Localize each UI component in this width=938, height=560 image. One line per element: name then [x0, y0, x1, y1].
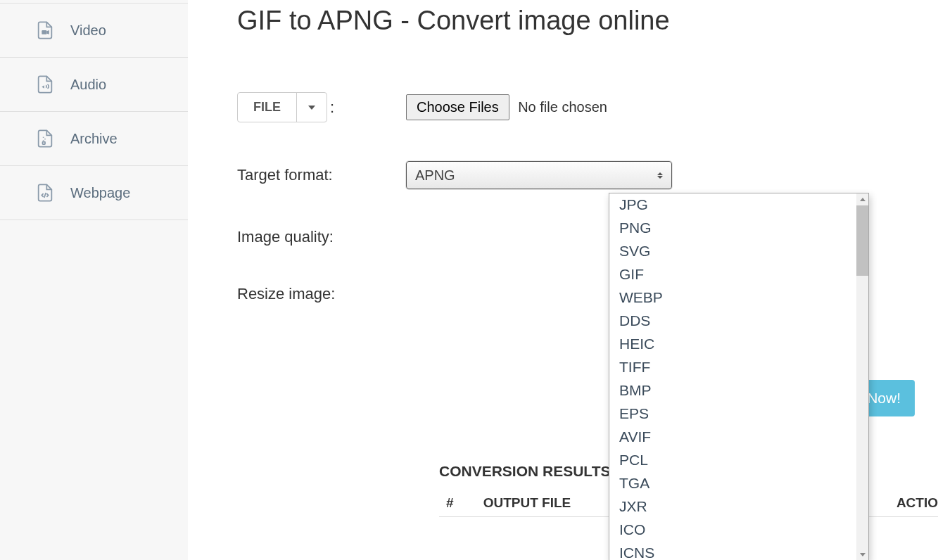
dropdown-option-icns[interactable]: ICNS [609, 542, 856, 560]
sidebar-item-label: Webpage [70, 185, 130, 201]
svg-rect-0 [42, 30, 46, 34]
dropdown-option-heic[interactable]: HEIC [609, 333, 856, 356]
video-file-icon [35, 20, 55, 40]
sidebar-item-audio[interactable]: Audio [0, 58, 188, 112]
scroll-down-button[interactable] [856, 549, 868, 560]
archive-file-icon [35, 129, 55, 148]
target-format-select[interactable]: APNG [406, 161, 672, 189]
svg-rect-4 [43, 142, 46, 145]
svg-line-5 [44, 193, 46, 198]
sidebar-item-webpage[interactable]: Webpage [0, 166, 188, 220]
dropdown-option-tiff[interactable]: TIFF [609, 356, 856, 379]
audio-file-icon [35, 75, 55, 94]
dropdown-option-tga[interactable]: TGA [609, 472, 856, 495]
dropdown-option-jxr[interactable]: JXR [609, 495, 856, 518]
file-source-label: FILE [238, 93, 297, 122]
file-source-dropdown[interactable]: FILE [237, 92, 327, 122]
col-action: ACTIO [896, 495, 938, 511]
scroll-thumb[interactable] [856, 205, 868, 276]
dropdown-option-pcl[interactable]: PCL [609, 449, 856, 472]
image-quality-label: Image quality: [237, 228, 406, 246]
main-content: GIF to APNG - Convert image online FILE … [188, 0, 938, 560]
dropdown-option-ico[interactable]: ICO [609, 518, 856, 542]
sidebar-item-archive[interactable]: Archive [0, 112, 188, 166]
format-dropdown-list: JPGPNGSVGGIFWEBPDDSHEICTIFFBMPEPSAVIFPCL… [609, 193, 869, 560]
sidebar-item-video[interactable]: Video [0, 3, 188, 58]
caret-down-icon [297, 93, 327, 122]
colon: : [330, 98, 334, 117]
dropdown-option-png[interactable]: PNG [609, 217, 856, 240]
dropdown-option-avif[interactable]: AVIF [609, 426, 856, 449]
dropdown-option-eps[interactable]: EPS [609, 402, 856, 426]
webpage-file-icon [35, 183, 55, 203]
no-file-text: No file chosen [518, 99, 607, 115]
sidebar: Video Audio Archive Webpage [0, 0, 188, 560]
target-format-label: Target format: [237, 166, 406, 184]
dropdown-option-webp[interactable]: WEBP [609, 286, 856, 310]
dropdown-scrollbar[interactable] [856, 193, 868, 560]
dropdown-option-bmp[interactable]: BMP [609, 379, 856, 402]
sidebar-item-label: Archive [70, 131, 118, 147]
col-number: # [439, 495, 483, 511]
page-title: GIF to APNG - Convert image online [237, 6, 924, 36]
file-row: FILE : Choose Files No file chosen [237, 92, 924, 122]
select-arrows-icon [657, 172, 663, 179]
dropdown-option-jpg[interactable]: JPG [609, 193, 856, 217]
sidebar-item-label: Video [70, 23, 106, 39]
sidebar-item-label: Audio [70, 77, 106, 93]
dropdown-option-svg[interactable]: SVG [609, 240, 856, 263]
resize-image-label: Resize image: [237, 285, 406, 303]
target-format-row: Target format: APNG [237, 161, 924, 189]
scroll-up-button[interactable] [856, 193, 868, 205]
target-format-value: APNG [415, 167, 455, 184]
choose-files-button[interactable]: Choose Files [406, 94, 509, 120]
dropdown-option-gif[interactable]: GIF [609, 263, 856, 286]
dropdown-option-dds[interactable]: DDS [609, 310, 856, 333]
